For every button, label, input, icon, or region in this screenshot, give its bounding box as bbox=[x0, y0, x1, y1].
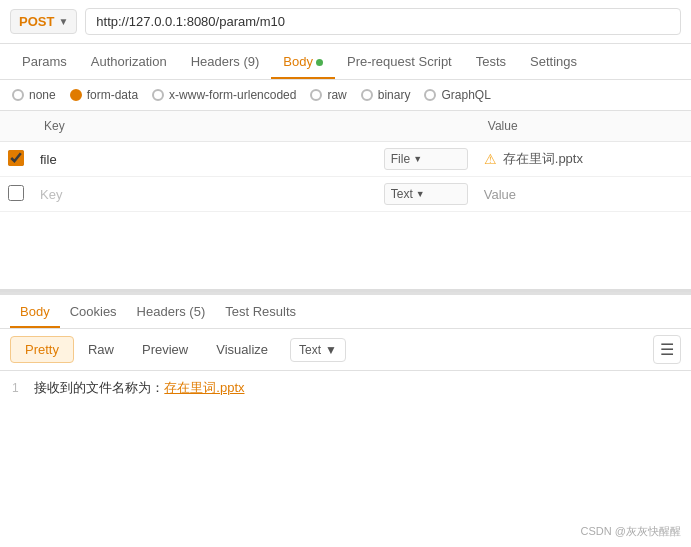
tab-headers[interactable]: Headers (9) bbox=[179, 44, 272, 79]
watermark: CSDN @灰灰快醒醒 bbox=[581, 524, 681, 539]
tab-settings[interactable]: Settings bbox=[518, 44, 589, 79]
row1-checkbox[interactable] bbox=[8, 150, 24, 166]
response-text: 接收到的文件名称为：存在里词.pptx bbox=[34, 380, 244, 395]
response-tab-testresults[interactable]: Test Results bbox=[215, 295, 306, 328]
form-table: Key Value file File ▼ ⚠ 存在里词.pptx bbox=[0, 111, 691, 212]
top-tabs: Params Authorization Headers (9) Body Pr… bbox=[0, 44, 691, 80]
warning-icon: ⚠ bbox=[484, 151, 497, 167]
body-type-urlencoded[interactable]: x-www-form-urlencoded bbox=[152, 88, 296, 102]
tab-params[interactable]: Params bbox=[10, 44, 79, 79]
wrap-icon[interactable]: ☰ bbox=[653, 335, 681, 364]
body-type-bar: none form-data x-www-form-urlencoded raw… bbox=[0, 80, 691, 111]
response-tab-headers[interactable]: Headers (5) bbox=[127, 295, 216, 328]
spacer bbox=[0, 212, 691, 292]
row2-checkbox[interactable] bbox=[8, 185, 24, 201]
radio-formdata bbox=[70, 89, 82, 101]
body-type-formdata[interactable]: form-data bbox=[70, 88, 138, 102]
format-pretty[interactable]: Pretty bbox=[10, 336, 74, 363]
text-format-selector[interactable]: Text ▼ bbox=[290, 338, 346, 362]
method-chevron-icon: ▼ bbox=[58, 16, 68, 27]
tab-prerequest[interactable]: Pre-request Script bbox=[335, 44, 464, 79]
line-number: 1 bbox=[12, 381, 19, 395]
tab-tests[interactable]: Tests bbox=[464, 44, 518, 79]
col-value-header: Value bbox=[476, 111, 691, 142]
radio-graphql bbox=[424, 89, 436, 101]
filename-link: 存在里词.pptx bbox=[164, 380, 244, 395]
col-key-header: Key bbox=[32, 111, 376, 142]
format-bar: Pretty Raw Preview Visualize Text ▼ ☰ bbox=[0, 329, 691, 371]
method-label: POST bbox=[19, 14, 54, 29]
response-body: 1 接收到的文件名称为：存在里词.pptx bbox=[0, 371, 691, 405]
text-selector-chevron-icon: ▼ bbox=[325, 343, 337, 357]
type-chevron-icon: ▼ bbox=[416, 189, 425, 199]
format-raw[interactable]: Raw bbox=[74, 337, 128, 362]
response-tab-body[interactable]: Body bbox=[10, 295, 60, 328]
body-dot bbox=[316, 59, 323, 66]
method-selector[interactable]: POST ▼ bbox=[10, 9, 77, 34]
format-preview[interactable]: Preview bbox=[128, 337, 202, 362]
row2-key-input[interactable] bbox=[40, 187, 368, 202]
tab-body[interactable]: Body bbox=[271, 44, 335, 79]
table-row: Text ▼ Value bbox=[0, 177, 691, 212]
body-type-graphql[interactable]: GraphQL bbox=[424, 88, 490, 102]
body-type-binary[interactable]: binary bbox=[361, 88, 411, 102]
radio-raw bbox=[310, 89, 322, 101]
radio-none bbox=[12, 89, 24, 101]
row1-value: ⚠ 存在里词.pptx bbox=[484, 150, 683, 168]
url-bar: POST ▼ bbox=[0, 0, 691, 44]
row1-key: file bbox=[32, 142, 376, 177]
response-section: Body Cookies Headers (5) Test Results Pr… bbox=[0, 292, 691, 405]
format-visualize[interactable]: Visualize bbox=[202, 337, 282, 362]
col-checkbox bbox=[0, 111, 32, 142]
row2-type-selector[interactable]: Text ▼ bbox=[384, 183, 468, 205]
radio-urlencoded bbox=[152, 89, 164, 101]
body-type-none[interactable]: none bbox=[12, 88, 56, 102]
type-chevron-icon: ▼ bbox=[413, 154, 422, 164]
row1-type-selector[interactable]: File ▼ bbox=[384, 148, 468, 170]
tab-authorization[interactable]: Authorization bbox=[79, 44, 179, 79]
url-input[interactable] bbox=[85, 8, 681, 35]
radio-binary bbox=[361, 89, 373, 101]
col-type-header bbox=[376, 111, 476, 142]
table-row: file File ▼ ⚠ 存在里词.pptx bbox=[0, 142, 691, 177]
response-tabs: Body Cookies Headers (5) Test Results bbox=[0, 295, 691, 329]
row2-value: Value bbox=[476, 177, 691, 212]
body-type-raw[interactable]: raw bbox=[310, 88, 346, 102]
response-tab-cookies[interactable]: Cookies bbox=[60, 295, 127, 328]
